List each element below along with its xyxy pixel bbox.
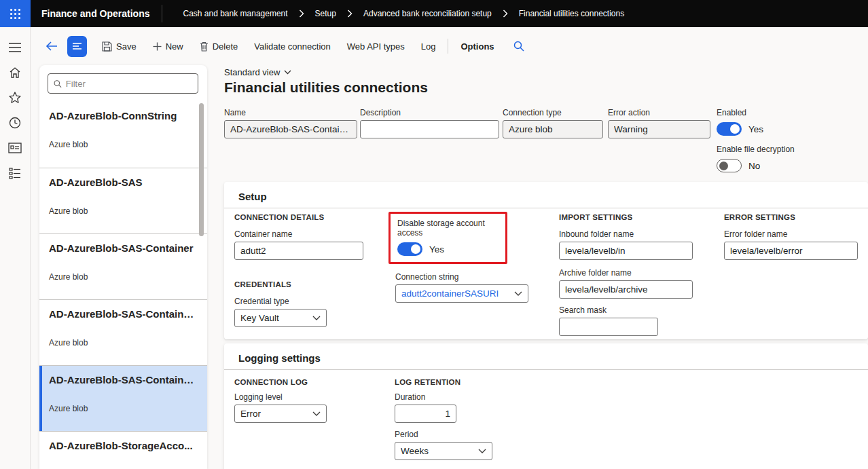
search-icon [513,41,524,52]
log-button[interactable]: Log [414,37,443,56]
error-folder-label: Error folder name [724,229,858,239]
list-item-selected[interactable]: AD-AzureBlob-SAS-Containe... Azure blob [39,365,207,431]
delete-label: Delete [213,41,238,52]
connection-details-header: CONNECTION DETAILS [234,213,363,221]
breadcrumb-item-1[interactable]: Cash and bank management [183,9,287,18]
breadcrumb-item-4[interactable]: Financial utilities connections [519,9,624,18]
filter-input[interactable] [66,79,192,89]
nav-workspaces-button[interactable] [3,161,27,185]
plus-icon [153,42,162,51]
chevron-down-icon [312,411,321,417]
search-mask-input[interactable] [559,318,658,336]
error-action-label: Error action [608,108,710,117]
clock-icon [8,116,22,130]
star-icon [8,91,22,105]
credential-type-dropdown[interactable]: Key Vault [234,309,327,327]
main-content: Standard view Financial utilities connec… [217,65,868,469]
annotation-highlight-box: Disable storage account access Yes [388,212,507,264]
list-item-type: Azure blob [49,404,88,413]
nav-home-button[interactable] [3,60,27,85]
name-label: Name [224,108,357,117]
command-bar: Save New Delete Validate connection Web … [31,27,868,65]
list-item[interactable]: AD-AzureBlob-ConnString Azure blob [39,102,207,168]
storage-access-group: Disable storage account access Yes Conne… [388,212,524,303]
options-button[interactable]: Options [454,37,501,56]
ledger-icon [8,167,22,179]
period-label: Period [395,430,530,439]
enable-file-decryption-value: No [748,161,760,171]
container-name-label: Container name [234,229,363,239]
logging-settings-section: Logging settings CONNECTION LOG Logging … [224,343,868,469]
delete-button[interactable]: Delete [193,37,245,56]
enable-file-decryption-toggle[interactable] [717,159,742,172]
app-title[interactable]: Finance and Operations [31,8,162,19]
nav-favorites-button[interactable] [3,86,27,110]
view-selector[interactable]: Standard view [224,67,291,77]
connection-string-label: Connection string [395,272,524,282]
archive-folder-input[interactable] [559,280,693,299]
setup-section-title: Setup [238,191,267,202]
description-input[interactable] [360,120,499,138]
nav-recent-button[interactable] [3,111,27,135]
back-arrow-icon [46,41,58,51]
validate-connection-label: Validate connection [254,41,331,52]
list-item-name: AD-AzureBlob-ConnString [49,110,198,121]
import-settings-header: IMPORT SETTINGS [559,213,693,221]
connection-string-dropdown[interactable]: adutt2containerSASURI [395,284,528,303]
list-item-name: AD-AzureBlob-SAS-Containe... [49,374,198,386]
list-item-type: Azure blob [49,140,88,149]
command-search-button[interactable] [508,37,530,56]
enabled-field: Enabled Yes [717,108,763,136]
error-action-input[interactable] [608,120,710,138]
list-item[interactable]: AD-AzureBlob-SAS Azure blob [39,168,207,233]
duration-input[interactable] [395,405,456,423]
credential-type-label: Credential type [234,297,363,306]
save-icon [102,41,112,52]
connection-type-input[interactable] [503,120,603,138]
archive-folder-label: Archive folder name [559,268,693,278]
inbound-folder-input[interactable] [559,242,693,260]
list-item[interactable]: AD-AzureBlob-SAS-Container Azure blob [39,233,207,299]
new-button[interactable]: New [146,37,190,56]
breadcrumb-item-2[interactable]: Setup [315,9,336,18]
period-dropdown[interactable]: Weeks [395,442,492,460]
toggle-knob [730,124,740,134]
save-button[interactable]: Save [95,37,143,56]
web-api-types-button[interactable]: Web API types [340,37,412,56]
breadcrumb-item-3[interactable]: Advanced bank reconciliation setup [363,9,492,18]
inbound-folder-label: Inbound folder name [559,229,693,239]
validate-connection-button[interactable]: Validate connection [247,37,338,56]
connection-log-group: CONNECTION LOG Logging level Error [234,378,363,423]
toggle-knob [411,244,420,254]
description-field: Description [360,108,499,138]
logging-level-dropdown[interactable]: Error [234,405,327,423]
chevron-down-icon [312,316,321,321]
section-divider [224,208,868,208]
back-button[interactable] [41,39,62,54]
app-launcher-button[interactable] [0,0,31,27]
log-label: Log [421,41,436,52]
list-item[interactable]: AD-AzureBlob-SAS-Containe... Azure blob [39,299,207,365]
nav-forms-button[interactable] [3,136,27,160]
nav-menu-button[interactable] [3,35,27,60]
error-action-field: Error action [608,108,710,138]
list-scrollbar-thumb[interactable] [199,103,204,236]
disable-storage-account-access-toggle[interactable] [397,242,422,256]
enabled-toggle[interactable] [717,122,742,136]
home-icon [8,66,22,79]
list-panel-toggle-button[interactable] [67,36,87,57]
name-input[interactable] [224,120,357,138]
name-field: Name [224,108,357,138]
chevron-right-icon [347,10,352,18]
list-item[interactable]: AD-AzureBlob-StorageAcco... [39,431,207,469]
new-label: New [166,41,183,52]
container-name-input[interactable] [234,242,363,260]
duration-label: Duration [395,392,530,402]
enabled-label: Enabled [717,108,763,117]
top-app-bar: Finance and Operations Cash and bank man… [0,0,868,27]
error-folder-input[interactable] [724,242,858,260]
connection-type-field: Connection type [503,108,603,138]
list-item-name: AD-AzureBlob-SAS-Container [49,242,198,254]
command-bar-divider [448,39,448,54]
chevron-right-icon [299,10,304,18]
